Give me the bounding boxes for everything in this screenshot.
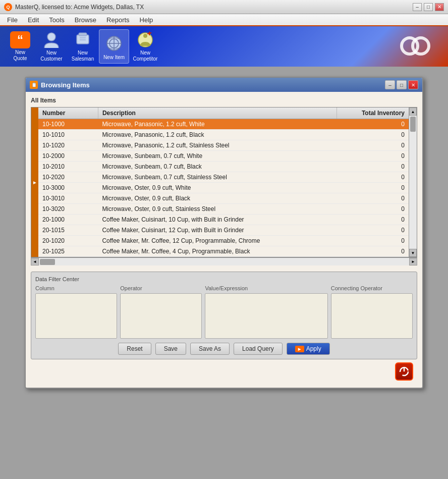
filter-connecting-input[interactable]	[331, 293, 413, 339]
cell-inventory: 0	[337, 140, 409, 151]
table-row[interactable]: 10-2020Microwave, Sunbeam, 0.7 cuft, Sta…	[38, 172, 409, 183]
table-row[interactable]: 10-3010Microwave, Oster, 0.9 cuft, Black…	[38, 193, 409, 204]
cell-description: Microwave, Oster, 0.9 cuft, White	[98, 183, 337, 193]
cell-inventory: 0	[337, 204, 409, 215]
cell-description: Microwave, Panasonic, 1.2 cuft, White	[98, 119, 337, 130]
browse-title: Browsing Items	[41, 81, 385, 89]
menu-help[interactable]: Help	[135, 15, 158, 25]
filter-section: Data Filter Center Column Operator Value…	[31, 272, 417, 359]
table-row[interactable]: 10-3020Microwave, Oster, 0.9 cuft, Stain…	[38, 204, 409, 215]
scroll-right[interactable]: ►	[409, 258, 417, 265]
vertical-scrollbar[interactable]: ▲ ▼	[409, 108, 417, 257]
col-number[interactable]: Number	[38, 108, 98, 119]
filter-legend: Data Filter Center	[35, 276, 413, 282]
cell-inventory: 0	[337, 183, 409, 193]
scroll-track[interactable]	[409, 116, 417, 249]
items-table: Number Description Total Inventory 10-10…	[38, 108, 409, 257]
cell-description: Microwave, Sunbeam, 0.7 cuft, White	[98, 151, 337, 162]
save-as-button[interactable]: Save As	[190, 343, 230, 355]
cell-number: 10-3020	[38, 204, 98, 215]
filter-col-operator: Operator	[120, 285, 202, 339]
window-controls: – □ ✕	[413, 3, 444, 11]
menu-bar: File Edit Tools Browse Reports Help	[0, 14, 448, 26]
new-customer-button[interactable]: New Customer	[36, 29, 67, 64]
browse-maximize[interactable]: □	[397, 80, 407, 89]
svg-point-10	[143, 34, 147, 38]
table-scroll-wrapper[interactable]: Number Description Total Inventory 10-10…	[38, 108, 409, 257]
menu-tools[interactable]: Tools	[44, 15, 69, 25]
cell-inventory: 0	[337, 172, 409, 183]
col-description[interactable]: Description	[98, 108, 337, 119]
browse-minimize[interactable]: –	[385, 80, 395, 89]
table-row[interactable]: 10-1020Microwave, Panasonic, 1.2 cuft, S…	[38, 140, 409, 151]
load-query-button[interactable]: Load Query	[234, 343, 283, 355]
cell-number: 10-1010	[38, 130, 98, 140]
cell-inventory: 0	[337, 130, 409, 140]
scroll-up[interactable]: ▲	[409, 108, 417, 116]
table-row[interactable]: 10-2010Microwave, Sunbeam, 0.7 cuft, Bla…	[38, 162, 409, 172]
power-button[interactable]	[395, 362, 413, 381]
cell-description: Microwave, Panasonic, 1.2 cuft, Black	[98, 130, 337, 140]
table-row[interactable]: 20-1025Coffee Maker, Mr. Coffee, 4 Cup, …	[38, 246, 409, 257]
minimize-button[interactable]: –	[413, 3, 422, 11]
menu-reports[interactable]: Reports	[101, 15, 135, 25]
reset-button[interactable]: Reset	[118, 343, 151, 355]
close-button[interactable]: ✕	[435, 3, 444, 11]
table-row[interactable]: 10-1010Microwave, Panasonic, 1.2 cuft, B…	[38, 130, 409, 140]
new-quote-label: New Quote	[13, 49, 27, 62]
menu-edit[interactable]: Edit	[23, 15, 44, 25]
filter-col-column: Column	[35, 285, 117, 339]
table-row[interactable]: 20-1015Coffee Maker, Cuisinart, 12 Cup, …	[38, 225, 409, 236]
new-customer-label: New Customer	[40, 50, 62, 62]
table-row[interactable]: 10-2000Microwave, Sunbeam, 0.7 cuft, Whi…	[38, 151, 409, 162]
cell-inventory: 0	[337, 246, 409, 257]
save-button[interactable]: Save	[155, 343, 186, 355]
new-salesman-button[interactable]: New Salesman	[68, 29, 98, 64]
svg-point-0	[47, 33, 55, 41]
scroll-thumb[interactable]	[410, 117, 416, 132]
new-quote-button[interactable]: “ New Quote	[5, 29, 35, 64]
cell-number: 20-1000	[38, 215, 98, 225]
filter-operator-input[interactable]	[120, 293, 202, 339]
customer-icon	[41, 31, 62, 49]
toolbar: “ New Quote New Customer New Salesman	[0, 26, 448, 67]
cell-inventory: 0	[337, 215, 409, 225]
scroll-down[interactable]: ▼	[409, 249, 417, 257]
filter-col-value: Value/Expression	[205, 285, 327, 339]
power-btn-area	[31, 359, 417, 383]
filter-column-input[interactable]	[35, 293, 117, 339]
quote-icon: “	[10, 31, 30, 48]
scroll-left[interactable]: ◄	[31, 258, 39, 265]
new-competitor-label: New Competitor	[133, 50, 158, 62]
cell-description: Microwave, Sunbeam, 0.7 cuft, Black	[98, 162, 337, 172]
menu-file[interactable]: File	[2, 15, 23, 25]
table-row[interactable]: 20-1020Coffee Maker, Mr. Coffee, 12 Cup,…	[38, 236, 409, 246]
cell-description: Microwave, Oster, 0.9 cuft, Stainless St…	[98, 204, 337, 215]
new-competitor-button[interactable]: New Competitor	[130, 29, 160, 64]
browse-titlebar: 📋 Browsing Items – □ ✕	[26, 78, 422, 92]
cell-description: Microwave, Oster, 0.9 cuft, Black	[98, 193, 337, 204]
maximize-button[interactable]: □	[424, 3, 433, 11]
table-row[interactable]: 10-3000Microwave, Oster, 0.9 cuft, White…	[38, 183, 409, 193]
new-item-button[interactable]: New Item	[99, 29, 129, 64]
cell-number: 10-3000	[38, 183, 98, 193]
row-indicator: ►	[31, 108, 38, 257]
browse-body: All Items ► Number Description Total Inv…	[26, 92, 422, 388]
table-row[interactable]: 20-1000Coffee Maker, Cuisinart, 10 Cup, …	[38, 215, 409, 225]
apply-label: Apply	[306, 345, 321, 352]
filter-value-input[interactable]	[205, 293, 327, 339]
table-row[interactable]: 10-1000Microwave, Panasonic, 1.2 cuft, W…	[38, 119, 409, 130]
title-bar: Q MasterQ, licensed to: Acme Widgets, Da…	[0, 0, 448, 14]
browse-close[interactable]: ✕	[408, 80, 418, 89]
h-scroll-thumb[interactable]	[40, 259, 55, 265]
col-header-column: Column	[35, 285, 117, 291]
cell-number: 10-2000	[38, 151, 98, 162]
col-inventory[interactable]: Total Inventory	[337, 108, 409, 119]
filter-grid: Column Operator Value/Expression Connect…	[35, 285, 413, 339]
cell-inventory: 0	[337, 236, 409, 246]
app-icon: Q	[4, 3, 12, 11]
menu-browse[interactable]: Browse	[70, 15, 101, 25]
apply-button[interactable]: ► Apply	[287, 343, 330, 355]
h-scroll-track[interactable]	[39, 258, 409, 265]
horizontal-scrollbar[interactable]: ◄ ►	[31, 257, 417, 265]
